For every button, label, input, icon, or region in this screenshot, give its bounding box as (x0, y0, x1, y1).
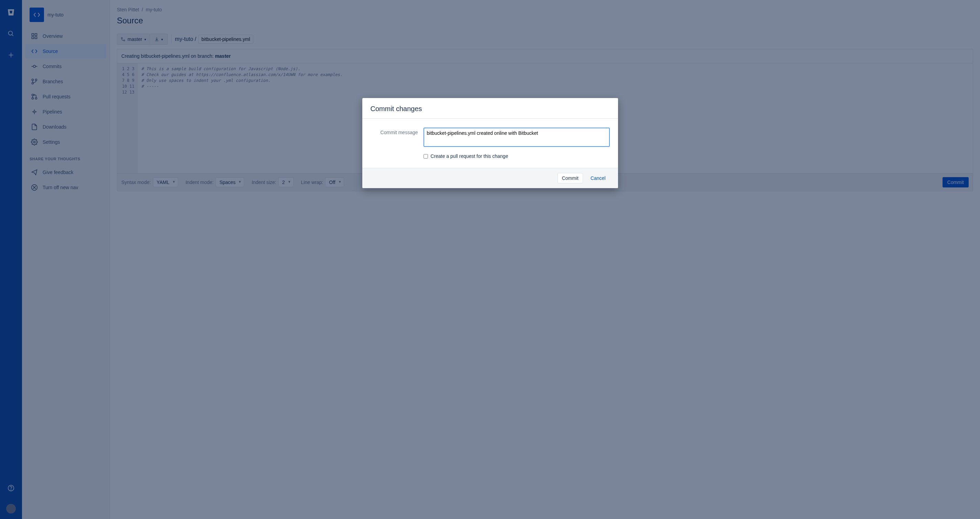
create-pr-label[interactable]: Create a pull request for this change (431, 153, 508, 159)
create-pr-checkbox[interactable] (423, 154, 428, 158)
modal-commit-button[interactable]: Commit (558, 173, 583, 183)
commit-message-label: Commit message (371, 128, 418, 135)
modal-cancel-button[interactable]: Cancel (586, 173, 610, 183)
modal-overlay: Commit changes Commit message Create a p… (0, 0, 980, 519)
commit-message-input[interactable] (423, 128, 610, 147)
commit-modal: Commit changes Commit message Create a p… (362, 98, 618, 188)
modal-title: Commit changes (371, 105, 610, 113)
